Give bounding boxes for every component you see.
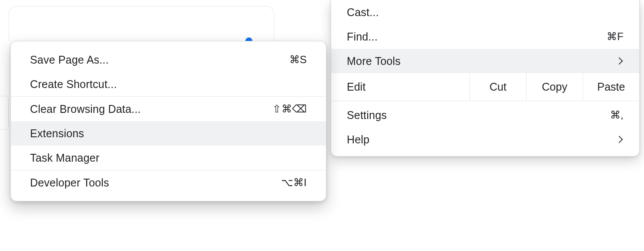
menu-item-settings[interactable]: Settings ⌘, [331, 103, 639, 127]
edit-paste-button[interactable]: Paste [583, 73, 639, 101]
menu-item-label: More Tools [347, 55, 617, 68]
menu-item-extensions[interactable]: Extensions [11, 121, 326, 146]
menu-item-task-manager[interactable]: Task Manager [11, 146, 326, 170]
menu-item-label: Developer Tools [30, 176, 281, 189]
more-tools-submenu: Save Page As... ⌘S Create Shortcut... Cl… [10, 41, 326, 201]
edit-row: Edit Cut Copy Paste [331, 73, 639, 101]
menu-item-edit-label: Edit [331, 73, 470, 101]
shortcut-label: ⌘, [610, 109, 624, 121]
menu-item-label: Help [347, 133, 617, 146]
button-label: Copy [542, 81, 567, 93]
menu-item-label: Task Manager [30, 152, 307, 164]
menu-item-save-page-as[interactable]: Save Page As... ⌘S [11, 47, 326, 72]
menu-item-find[interactable]: Find... ⌘F [331, 24, 639, 49]
side-panel-stub [0, 96, 9, 130]
menu-item-label: Cast... [347, 6, 624, 19]
edit-copy-button[interactable]: Copy [526, 73, 583, 101]
shortcut-label: ⌥⌘I [281, 176, 307, 189]
menu-item-label: Create Shortcut... [30, 78, 307, 91]
menu-item-create-shortcut[interactable]: Create Shortcut... [11, 72, 326, 96]
menu-item-label: Clear Browsing Data... [30, 103, 272, 115]
menu-item-help[interactable]: Help [331, 127, 639, 152]
menu-item-label: Extensions [30, 127, 307, 140]
shortcut-label: ⇧⌘⌫ [272, 103, 307, 115]
shortcut-label: ⌘F [607, 31, 624, 43]
menu-item-label: Save Page As... [30, 54, 289, 66]
button-label: Cut [490, 81, 506, 93]
menu-item-label: Settings [347, 109, 610, 122]
menu-item-cast[interactable]: Cast... [331, 0, 639, 24]
menu-item-more-tools[interactable]: More Tools [331, 49, 639, 73]
menu-item-clear-browsing-data[interactable]: Clear Browsing Data... ⇧⌘⌫ [11, 97, 326, 121]
chrome-main-menu: Cast... Find... ⌘F More Tools Edit Cut C… [331, 0, 640, 156]
edit-cut-button[interactable]: Cut [470, 73, 526, 101]
button-label: Paste [597, 81, 625, 93]
chevron-right-icon [616, 136, 623, 143]
shortcut-label: ⌘S [289, 54, 307, 66]
menu-item-developer-tools[interactable]: Developer Tools ⌥⌘I [11, 170, 326, 195]
browser-tab-outline [9, 6, 274, 41]
menu-item-label: Find... [347, 31, 607, 43]
menu-item-label: Edit [347, 81, 366, 93]
chevron-right-icon [616, 58, 623, 65]
